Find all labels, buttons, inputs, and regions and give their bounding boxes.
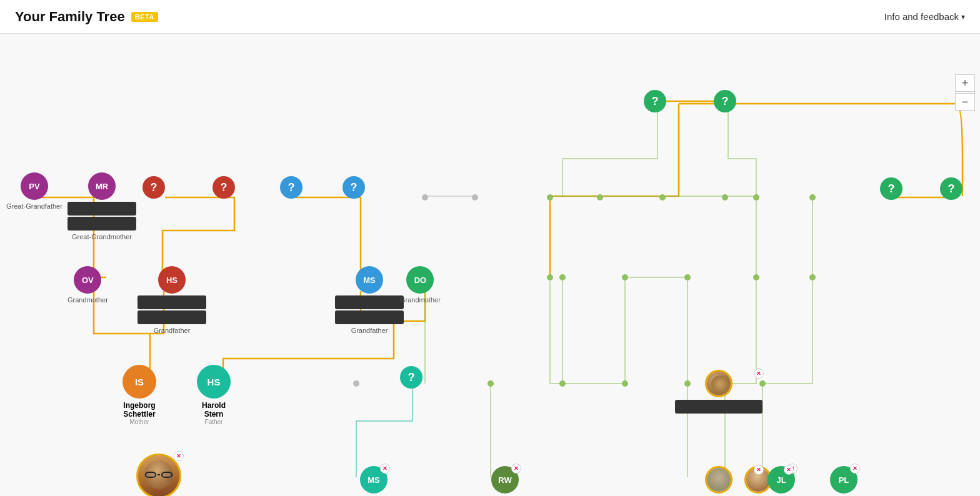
person-circle-pv[interactable]: PV bbox=[21, 172, 48, 200]
person-photo-self[interactable] bbox=[136, 454, 181, 496]
dna-badge-self: ✕ bbox=[174, 451, 184, 461]
person-q4[interactable]: ? bbox=[342, 176, 365, 199]
svg-point-11 bbox=[684, 274, 691, 280]
person-role-is: Mother bbox=[129, 419, 149, 425]
person-q2[interactable]: ? bbox=[212, 176, 235, 199]
person-name-hs2: HaroldStern bbox=[202, 401, 226, 419]
svg-point-1 bbox=[472, 194, 478, 201]
person-ov[interactable]: OV Grandmother bbox=[68, 266, 108, 304]
app-title: Your Family Tree bbox=[15, 9, 125, 25]
person-q-top1[interactable]: ? bbox=[644, 90, 666, 112]
person-circle-do[interactable]: DO bbox=[406, 266, 434, 294]
dna-badge-pl: ✕ bbox=[850, 464, 860, 474]
dna-badge-ms2: ✕ bbox=[380, 464, 390, 474]
person-rw[interactable]: RW ✕ bbox=[474, 466, 536, 496]
person-is[interactable]: IS IngeborgSchettler Mother bbox=[122, 365, 156, 425]
dna-badge-photo3: ✕ bbox=[784, 465, 794, 475]
dna-badge-rw: ✕ bbox=[511, 464, 521, 474]
person-name-is: IngeborgSchettler bbox=[123, 401, 155, 419]
svg-point-15 bbox=[488, 380, 494, 387]
info-feedback-label: Info and feedback bbox=[884, 11, 959, 22]
info-feedback-button[interactable]: Info and feedback ▾ bbox=[884, 11, 965, 22]
person-label-ms1: Grandfather bbox=[351, 327, 388, 334]
tree-connectors bbox=[0, 34, 980, 496]
svg-point-4 bbox=[659, 194, 666, 201]
person-hs2[interactable]: HS HaroldStern Father bbox=[197, 365, 231, 425]
zoom-controls: + − bbox=[955, 74, 975, 111]
person-q3[interactable]: ? bbox=[280, 176, 302, 199]
person-ms2[interactable]: MS ✕ bbox=[339, 466, 408, 496]
zoom-in-button[interactable]: + bbox=[955, 74, 975, 92]
svg-point-0 bbox=[422, 194, 428, 201]
name-bar-photo1 bbox=[675, 400, 762, 414]
header-left: Your Family Tree BETA bbox=[15, 9, 158, 25]
person-label-mr: Great-Grandmother bbox=[72, 233, 132, 241]
svg-point-8 bbox=[547, 274, 553, 280]
person-self[interactable]: ✕ bbox=[136, 454, 181, 496]
beta-badge: BETA bbox=[131, 12, 158, 22]
svg-point-14 bbox=[353, 380, 359, 387]
person-circle-is[interactable]: IS bbox=[122, 365, 156, 399]
person-label-do: Grandmother bbox=[400, 296, 441, 304]
person-do[interactable]: DO Grandmother bbox=[400, 266, 441, 304]
dna-badge-photo2: ✕ bbox=[754, 465, 764, 475]
person-label-pv: Great-Grandfather bbox=[6, 202, 62, 210]
person-circle-rw[interactable]: RW ✕ bbox=[491, 466, 519, 494]
person-photo1-circle[interactable] bbox=[705, 370, 732, 397]
zoom-out-button[interactable]: − bbox=[955, 93, 975, 111]
person-pv[interactable]: PV Great-Grandfather bbox=[6, 172, 62, 210]
svg-point-3 bbox=[597, 194, 603, 201]
name-bar-hs1b bbox=[138, 310, 206, 324]
name-bar-hs1 bbox=[138, 295, 206, 309]
svg-point-17 bbox=[622, 380, 628, 387]
canvas-area: PV Great-Grandfather MR Great-Grandmothe… bbox=[0, 34, 980, 496]
name-bar-mr2 bbox=[68, 217, 136, 231]
person-circle-ov[interactable]: OV bbox=[74, 266, 101, 294]
person-circle-hs2[interactable]: HS bbox=[197, 365, 231, 399]
person-hs1[interactable]: HS Grandfather bbox=[138, 266, 206, 334]
person-circle-hs1[interactable]: HS bbox=[158, 266, 186, 294]
svg-point-9 bbox=[559, 274, 566, 280]
person-q-far2[interactable]: ? bbox=[940, 177, 962, 200]
name-bar-ms1 bbox=[335, 295, 404, 309]
svg-point-2 bbox=[547, 194, 553, 201]
chevron-down-icon: ▾ bbox=[961, 12, 965, 21]
person-q-far1[interactable]: ? bbox=[880, 177, 902, 200]
svg-point-13 bbox=[809, 274, 816, 280]
person-pl[interactable]: PL ✕ bbox=[809, 466, 878, 496]
svg-point-5 bbox=[722, 194, 728, 201]
person-role-hs2: Father bbox=[205, 419, 223, 425]
header: Your Family Tree BETA Info and feedback … bbox=[0, 0, 980, 34]
svg-point-12 bbox=[753, 274, 759, 280]
svg-point-7 bbox=[809, 194, 816, 201]
person-mr[interactable]: MR Great-Grandmother bbox=[68, 172, 136, 241]
person-q5[interactable]: ? bbox=[400, 366, 422, 389]
person-label-ov: Grandmother bbox=[68, 296, 108, 304]
person-circle-pl[interactable]: PL ✕ bbox=[830, 466, 858, 494]
svg-point-10 bbox=[622, 274, 628, 280]
svg-point-16 bbox=[559, 380, 566, 387]
person-ms1[interactable]: MS Grandfather bbox=[335, 266, 404, 334]
person-photo1[interactable]: ✕ bbox=[675, 370, 762, 414]
svg-point-6 bbox=[753, 194, 759, 201]
dna-badge-photo1: ✕ bbox=[754, 369, 764, 379]
person-label-hs1: Grandfather bbox=[154, 327, 191, 334]
person-circle-ms1[interactable]: MS bbox=[356, 266, 383, 294]
person-circle-ms2[interactable]: MS ✕ bbox=[360, 466, 388, 494]
person-q1[interactable]: ? bbox=[142, 176, 165, 199]
name-bar-mr bbox=[68, 202, 136, 216]
person-circle-mr[interactable]: MR bbox=[88, 172, 116, 200]
person-q-top2[interactable]: ? bbox=[714, 90, 736, 112]
name-bar-ms1b bbox=[335, 310, 404, 324]
